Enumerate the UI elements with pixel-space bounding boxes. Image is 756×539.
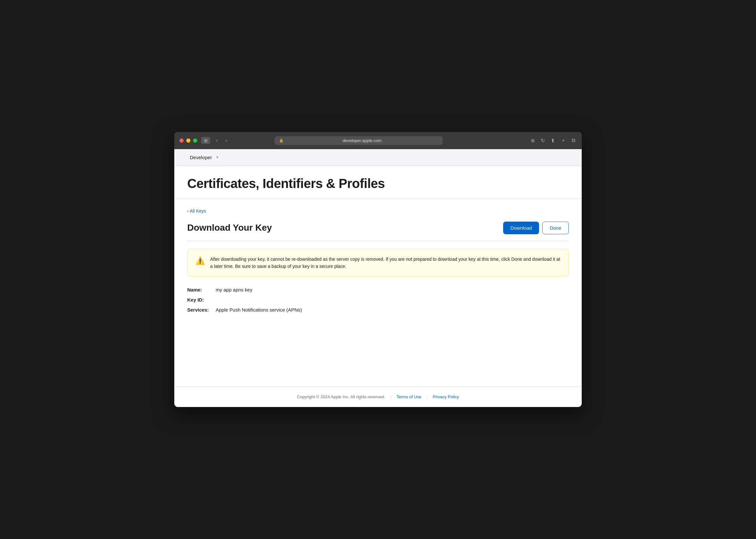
page-footer: Copyright © 2024 Apple Inc. All rights r… <box>174 386 582 407</box>
tab-switcher-button[interactable]: ⧉ <box>570 136 577 145</box>
minimize-button[interactable] <box>186 138 190 143</box>
close-button[interactable] <box>179 138 184 143</box>
warning-icon: ⚠️ <box>195 256 205 265</box>
key-id-label: Key ID: <box>187 297 213 302</box>
name-label: Name: <box>187 287 213 292</box>
nav-dropdown-icon[interactable]: ▾ <box>216 155 218 160</box>
translate-button[interactable]: ⊕ <box>529 136 536 145</box>
lock-icon: 🔒 <box>279 138 284 143</box>
footer-divider: | <box>390 394 391 399</box>
download-button[interactable]: Download <box>503 222 539 234</box>
sidebar-icon: ⊞ <box>204 138 208 143</box>
page-title: Certificates, Identifiers & Profiles <box>187 176 569 191</box>
browser-chrome: ⊞ ‹ › 🔒 developer.apple.com ⊕ ↻ ⬆ ＋ ⧉ <box>174 132 582 149</box>
warning-text: After downloading your key, it cannot be… <box>210 256 561 270</box>
key-id-row: Key ID: <box>187 297 569 302</box>
key-info: Name: my app apns key Key ID: Services: … <box>187 287 569 313</box>
brand-logo[interactable]: Developer ▾ <box>187 155 218 160</box>
browser-actions: ⊕ ↻ ⬆ ＋ ⧉ <box>529 136 577 145</box>
terms-of-use-link[interactable]: Terms of Use <box>397 394 422 399</box>
footer-divider-2: | <box>427 394 428 399</box>
traffic-lights <box>179 138 197 143</box>
browser-window: ⊞ ‹ › 🔒 developer.apple.com ⊕ ↻ ⬆ ＋ ⧉ De… <box>174 132 582 407</box>
services-value: Apple Push Notifications service (APNs) <box>216 307 302 313</box>
sidebar-toggle-button[interactable]: ⊞ <box>201 137 210 144</box>
reload-button[interactable]: ↻ <box>539 136 546 145</box>
section-title: Download Your Key <box>187 223 272 233</box>
all-keys-link[interactable]: ‹ All Keys <box>187 208 206 213</box>
forward-button[interactable]: › <box>224 136 229 145</box>
action-buttons: Download Done <box>503 222 569 234</box>
developer-navbar: Developer ▾ <box>174 149 582 166</box>
page-header: Certificates, Identifiers & Profiles <box>174 166 582 199</box>
breadcrumb: ‹ All Keys <box>187 208 569 214</box>
key-name-row: Name: my app apns key <box>187 287 569 292</box>
done-button[interactable]: Done <box>542 222 569 234</box>
key-services-row: Services: Apple Push Notifications servi… <box>187 307 569 313</box>
warning-box: ⚠️ After downloading your key, it cannot… <box>187 249 569 277</box>
back-button[interactable]: ‹ <box>214 136 220 145</box>
maximize-button[interactable] <box>193 138 197 143</box>
url-text: developer.apple.com <box>286 138 438 143</box>
page-content: Certificates, Identifiers & Profiles ‹ A… <box>174 166 582 407</box>
footer-copyright: Copyright © 2024 Apple Inc. All rights r… <box>297 394 385 399</box>
section-header: Download Your Key Download Done <box>187 222 569 241</box>
address-bar[interactable]: 🔒 developer.apple.com <box>275 136 443 145</box>
share-button[interactable]: ⬆ <box>549 136 556 145</box>
new-tab-button[interactable]: ＋ <box>559 136 567 145</box>
brand-name: Developer <box>190 155 212 160</box>
main-section: ‹ All Keys Download Your Key Download Do… <box>174 199 582 322</box>
name-value: my app apns key <box>216 287 252 292</box>
services-label: Services: <box>187 307 213 313</box>
privacy-policy-link[interactable]: Privacy Policy <box>433 394 459 399</box>
